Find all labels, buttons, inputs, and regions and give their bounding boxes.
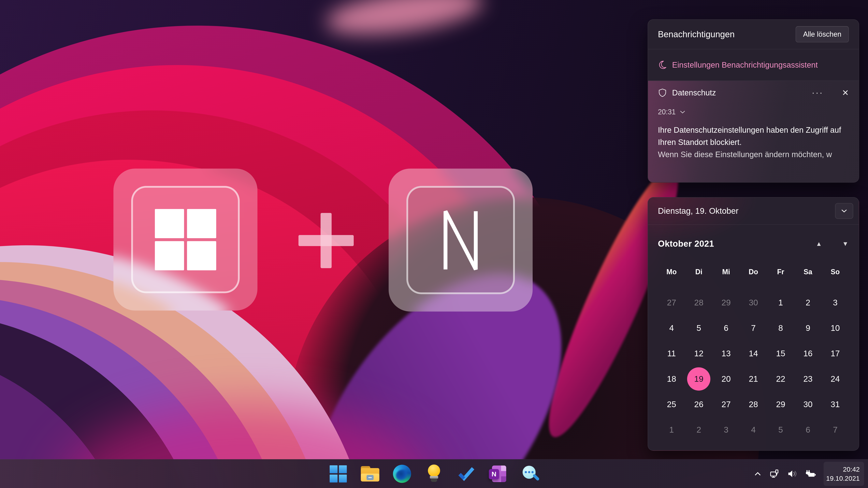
calendar-day[interactable]: 23 xyxy=(794,366,822,392)
calendar-day[interactable]: 7 xyxy=(822,417,849,443)
clock-tray-button[interactable]: 20:42 19.10.2021 xyxy=(824,462,864,486)
windows-start-icon xyxy=(330,465,347,483)
calendar-day[interactable]: 13 xyxy=(713,341,740,366)
calendar-day[interactable]: 9 xyxy=(794,315,822,341)
calendar-day[interactable]: 18 xyxy=(658,366,685,392)
calendar-day[interactable]: 28 xyxy=(685,290,712,315)
calendar-day[interactable]: 8 xyxy=(767,315,794,341)
notification-time: 20:31 xyxy=(658,108,676,116)
calendar-weekday-label: Do xyxy=(740,268,767,276)
clear-all-button[interactable]: Alle löschen xyxy=(796,26,849,42)
edge-browser-icon xyxy=(393,465,411,483)
calendar-day[interactable]: 2 xyxy=(794,290,822,315)
calendar-day[interactable]: 5 xyxy=(685,315,712,341)
calendar-day[interactable]: 15 xyxy=(767,341,794,366)
calendar-day[interactable]: 24 xyxy=(822,366,849,392)
chevron-down-icon xyxy=(841,209,847,213)
calendar-day[interactable]: 1 xyxy=(767,290,794,315)
calendar-day[interactable]: 22 xyxy=(767,366,794,392)
taskbar-icon-file-explorer[interactable] xyxy=(361,464,379,483)
notification-message: Ihre Datenschutzeinstellungen haben den … xyxy=(658,124,849,148)
checkmark-icon xyxy=(457,465,475,483)
taskbar-icon-search[interactable] xyxy=(520,464,539,483)
notification-center: Benachrichtigungen Alle löschen Einstell… xyxy=(648,19,859,183)
calendar-day[interactable]: 5 xyxy=(767,417,794,443)
calendar-collapse-button[interactable] xyxy=(835,203,853,219)
tray-date: 19.10.2021 xyxy=(826,474,860,483)
calendar-day[interactable]: 28 xyxy=(740,392,767,417)
calendar-weekday-label: Fr xyxy=(767,268,794,276)
calendar-day-selected[interactable]: 19 xyxy=(685,366,712,392)
notification-assistant-link[interactable]: Einstellungen Benachrichtigungsassistent xyxy=(648,49,859,80)
notification-more-button[interactable]: ··· xyxy=(812,88,824,98)
calendar-date-header: Dienstag, 19. Oktober xyxy=(658,206,835,216)
volume-icon[interactable] xyxy=(787,469,798,478)
calendar-next-month-button[interactable]: ▼ xyxy=(842,240,848,248)
taskbar-icon-tips[interactable] xyxy=(425,464,443,483)
calendar-day[interactable]: 11 xyxy=(658,341,685,366)
moon-icon xyxy=(658,60,667,69)
folder-icon xyxy=(361,466,379,482)
plus-icon xyxy=(299,213,354,268)
calendar-day[interactable]: 7 xyxy=(740,315,767,341)
windows-logo-icon xyxy=(155,209,216,270)
taskbar-icon-todo[interactable] xyxy=(457,464,475,483)
assistant-link-label: Einstellungen Benachrichtigungsassistent xyxy=(672,61,818,69)
calendar-prev-month-button[interactable]: ▲ xyxy=(816,240,822,248)
lightbulb-icon xyxy=(428,464,440,483)
notification-time-toggle[interactable]: 20:31 xyxy=(658,108,849,116)
calendar-day[interactable]: 6 xyxy=(794,417,822,443)
taskbar: N xyxy=(0,459,868,488)
calendar-day[interactable]: 17 xyxy=(822,341,849,366)
calendar-day[interactable]: 26 xyxy=(685,392,712,417)
notification-message-secondary: Wenn Sie diese Einstellungen ändern möch… xyxy=(658,148,849,161)
notification-card[interactable]: Datenschutz ··· ✕ 20:31 Ihre Datenschutz… xyxy=(648,81,859,183)
desktop: Benachrichtigungen Alle löschen Einstell… xyxy=(0,0,868,488)
n-logo-icon xyxy=(441,209,480,271)
battery-charging-icon[interactable] xyxy=(805,469,816,478)
calendar-weekday-row: MoDiMiDoFrSaSo xyxy=(648,268,859,276)
calendar-day[interactable]: 29 xyxy=(767,392,794,417)
calendar-day[interactable]: 1 xyxy=(658,417,685,443)
calendar-day[interactable]: 30 xyxy=(740,290,767,315)
divider xyxy=(648,224,859,225)
taskbar-icon-edge[interactable] xyxy=(393,464,411,483)
search-icon xyxy=(521,465,539,483)
calendar-weekday-label: Di xyxy=(685,268,712,276)
tray-time: 20:42 xyxy=(843,465,860,474)
calendar-grid: 2728293012345678910111213141516171819202… xyxy=(648,290,859,443)
calendar-day[interactable]: 21 xyxy=(740,366,767,392)
calendar-weekday-label: Sa xyxy=(794,268,822,276)
calendar-day[interactable]: 2 xyxy=(685,417,712,443)
calendar-day[interactable]: 3 xyxy=(822,290,849,315)
windows-logo-tile xyxy=(114,169,257,311)
calendar-month-label: Oktober 2021 xyxy=(658,239,714,249)
calendar-day[interactable]: 31 xyxy=(822,392,849,417)
calendar-day[interactable]: 6 xyxy=(713,315,740,341)
n-logo-tile xyxy=(389,169,533,312)
calendar-day[interactable]: 27 xyxy=(713,392,740,417)
calendar-day[interactable]: 10 xyxy=(822,315,849,341)
calendar-day[interactable]: 12 xyxy=(685,341,712,366)
calendar-flyout: Dienstag, 19. Oktober Oktober 2021 ▲ ▼ M… xyxy=(648,197,859,451)
notifications-title: Benachrichtigungen xyxy=(658,29,796,39)
calendar-day[interactable]: 16 xyxy=(794,341,822,366)
calendar-day[interactable]: 3 xyxy=(713,417,740,443)
network-icon[interactable] xyxy=(770,469,780,478)
calendar-day[interactable]: 30 xyxy=(794,392,822,417)
calendar-day[interactable]: 29 xyxy=(713,290,740,315)
notification-close-button[interactable]: ✕ xyxy=(842,88,849,98)
shield-icon xyxy=(658,88,667,97)
calendar-day[interactable]: 4 xyxy=(658,315,685,341)
start-button[interactable] xyxy=(329,464,348,483)
calendar-day[interactable]: 20 xyxy=(713,366,740,392)
tray-chevron-up-icon[interactable] xyxy=(753,470,762,478)
calendar-day[interactable]: 27 xyxy=(658,290,685,315)
chevron-down-icon xyxy=(680,110,685,113)
notification-app-name: Datenschutz xyxy=(672,88,807,97)
calendar-day[interactable]: 4 xyxy=(740,417,767,443)
calendar-day[interactable]: 25 xyxy=(658,392,685,417)
taskbar-icon-onenote[interactable]: N xyxy=(489,464,507,483)
onenote-icon: N xyxy=(489,465,507,483)
calendar-day[interactable]: 14 xyxy=(740,341,767,366)
